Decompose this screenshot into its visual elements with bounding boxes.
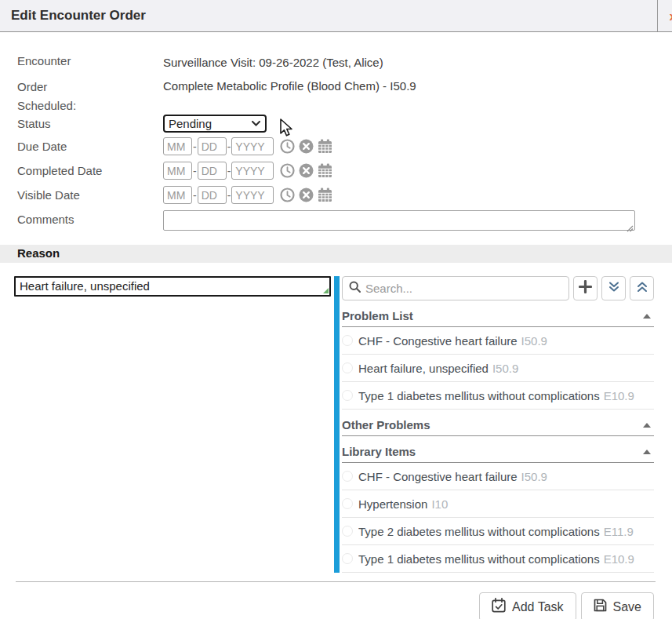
add-task-label: Add Task — [512, 600, 564, 614]
save-button[interactable]: Save — [581, 592, 654, 619]
visible-date-fields: - - — [163, 186, 332, 204]
item-name: CHF - Congestive heart failure — [358, 470, 518, 483]
due-date-year-input[interactable] — [231, 137, 274, 155]
double-chevron-down-icon — [608, 282, 619, 296]
chevron-down-icon — [252, 121, 260, 126]
due-date-fields: - - — [163, 137, 332, 155]
add-reason-button[interactable] — [573, 276, 598, 300]
completed-date-row: Completed Date - - — [17, 162, 654, 186]
item-name: Hypertension — [358, 497, 427, 511]
panel-divider-bar — [334, 276, 340, 573]
due-date-month-input[interactable] — [163, 137, 192, 155]
visible-date-label: Visible Date — [17, 186, 163, 202]
dialog-header: Edit Encounter Order x — [0, 0, 672, 32]
visible-date-day-input[interactable] — [198, 186, 227, 204]
date-separator: - — [193, 140, 197, 153]
clear-date-icon[interactable] — [299, 188, 314, 202]
completed-date-fields: - - — [163, 162, 332, 180]
edit-encounter-order-dialog: Edit Encounter Order x Encounter Surveil… — [0, 0, 672, 619]
due-date-day-input[interactable] — [198, 137, 227, 155]
order-label: Order — [17, 78, 163, 93]
reason-content: Heart failure, unspecified — [0, 276, 672, 573]
collapse-caret-icon — [643, 423, 651, 428]
clock-icon[interactable] — [280, 139, 295, 154]
comments-label: Comments — [17, 210, 163, 226]
radio-button[interactable] — [342, 335, 353, 346]
item-code: I10 — [431, 497, 448, 511]
double-chevron-up-icon — [637, 282, 648, 296]
calendar-check-icon — [492, 598, 506, 616]
collapse-caret-icon — [643, 314, 651, 319]
radio-button[interactable] — [342, 553, 353, 564]
list-item[interactable]: Type 1 diabetes mellitus without complic… — [342, 545, 654, 573]
order-row: Order Complete Metabolic Profile (Blood … — [17, 78, 654, 96]
radio-button[interactable] — [342, 526, 353, 537]
item-code: E11.9 — [604, 525, 634, 538]
group-title: Problem List — [342, 309, 413, 322]
search-input[interactable] — [365, 282, 562, 295]
comments-textarea[interactable] — [163, 210, 635, 231]
order-form: Encounter Surveillance Visit: 09-26-2022… — [0, 32, 672, 234]
search-box — [342, 276, 569, 300]
calendar-icon[interactable] — [318, 188, 332, 202]
completed-date-month-input[interactable] — [163, 162, 192, 180]
save-icon — [594, 599, 607, 615]
scheduled-row: Scheduled: — [17, 96, 654, 115]
date-separator: - — [193, 165, 197, 177]
item-name: CHF - Congestive heart failure — [358, 334, 518, 348]
collapse-all-button[interactable] — [601, 276, 626, 300]
group-header-other-problems[interactable]: Other Problems — [342, 410, 654, 436]
group-title: Library Items — [342, 445, 416, 458]
clear-date-icon[interactable] — [299, 139, 314, 154]
list-item[interactable]: CHF - Congestive heart failure I50.9 — [342, 327, 654, 355]
completed-date-label: Completed Date — [17, 162, 163, 177]
item-code: E10.9 — [604, 552, 634, 566]
collapse-caret-icon — [643, 450, 651, 454]
date-separator: - — [193, 189, 197, 202]
list-item[interactable]: Heart failure, unspecified I50.9 — [342, 355, 654, 382]
list-item[interactable]: Type 1 diabetes mellitus without complic… — [342, 382, 654, 410]
dialog-title: Edit Encounter Order — [0, 0, 657, 31]
radio-button[interactable] — [342, 471, 353, 482]
reason-textarea[interactable]: Heart failure, unspecified — [14, 276, 331, 297]
close-icon: x — [670, 9, 672, 23]
close-button[interactable]: x — [657, 0, 672, 31]
group-header-problem-list[interactable]: Problem List — [342, 300, 654, 327]
status-selected-value: Pending — [169, 118, 252, 129]
expand-all-button[interactable] — [630, 276, 654, 300]
comments-row: Comments — [17, 210, 654, 234]
radio-button[interactable] — [342, 390, 353, 401]
item-code: E10.9 — [604, 389, 634, 402]
date-separator: - — [227, 165, 231, 177]
calendar-icon[interactable] — [318, 163, 332, 178]
completed-date-day-input[interactable] — [198, 162, 227, 180]
list-item[interactable]: Type 2 diabetes mellitus without complic… — [342, 518, 654, 545]
footer-actions: Add Task Save — [0, 582, 672, 619]
list-item[interactable]: CHF - Congestive heart failure I50.9 — [342, 463, 654, 490]
calendar-icon[interactable] — [318, 139, 332, 154]
status-select[interactable]: Pending — [163, 115, 267, 133]
item-name: Type 2 diabetes mellitus without complic… — [358, 525, 600, 538]
reason-toolbar — [342, 276, 654, 300]
clock-icon[interactable] — [280, 188, 295, 202]
encounter-label: Encounter — [17, 52, 163, 67]
item-name: Heart failure, unspecified — [358, 362, 489, 375]
plus-icon — [579, 280, 592, 297]
item-code: I50.9 — [521, 470, 547, 483]
add-task-button[interactable]: Add Task — [479, 592, 576, 619]
item-name: Type 1 diabetes mellitus without complic… — [358, 552, 600, 566]
clock-icon[interactable] — [280, 163, 295, 178]
visible-date-month-input[interactable] — [163, 186, 192, 204]
clear-date-icon[interactable] — [299, 163, 314, 178]
reason-picker-panel: Problem List CHF - Congestive heart fail… — [342, 276, 654, 573]
radio-button[interactable] — [342, 498, 353, 509]
due-date-label: Due Date — [17, 137, 163, 153]
completed-date-year-input[interactable] — [231, 162, 274, 180]
date-separator: - — [227, 189, 231, 202]
date-separator: - — [227, 140, 231, 153]
visible-date-year-input[interactable] — [231, 186, 274, 204]
radio-button[interactable] — [342, 362, 353, 373]
due-date-row: Due Date - - — [17, 137, 654, 162]
list-item[interactable]: Hypertension I10 — [342, 490, 654, 518]
group-header-library-items[interactable]: Library Items — [342, 436, 654, 463]
